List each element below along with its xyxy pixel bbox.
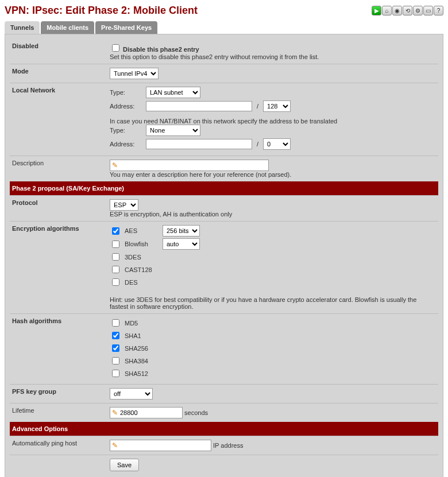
autoping-label: Automatically ping host xyxy=(10,436,107,455)
hash-sha384-cb[interactable] xyxy=(112,357,119,364)
enc-aes-bits[interactable]: 256 bits xyxy=(163,225,200,236)
disable-hint: Set this option to disable this phase2 e… xyxy=(110,53,319,60)
mode-select[interactable]: Tunnel IPv4 xyxy=(110,68,159,79)
lifetime-suffix: seconds xyxy=(184,409,208,416)
encryption-label: Encryption algorithms xyxy=(10,222,107,314)
enc-des-label: DES xyxy=(125,279,159,286)
play-icon[interactable]: ▶ xyxy=(372,6,381,15)
enc-aes-cb[interactable] xyxy=(112,227,119,235)
disabled-label: Disabled xyxy=(10,39,107,64)
nat-hint: In case you need NAT/BINAT on this netwo… xyxy=(110,118,436,125)
refresh-icon[interactable]: ⟲ xyxy=(403,6,412,15)
enc-des-cb[interactable] xyxy=(112,278,119,286)
pencil-icon: ✎ xyxy=(110,441,119,450)
nat-type-label: Type: xyxy=(110,127,141,134)
lifetime-label: Lifetime xyxy=(10,404,107,422)
tab-psk[interactable]: Pre-Shared Keys xyxy=(95,21,157,34)
enc-blowfish-cb[interactable] xyxy=(112,241,119,248)
pencil-icon: ✎ xyxy=(110,161,119,170)
header-icon-bar: ▶ ⌂ ◉ ⟲ ⚙ ▭ ? xyxy=(372,6,443,15)
ln-addr-input[interactable] xyxy=(146,101,252,111)
pfs-label: PFS key group xyxy=(10,385,107,404)
ln-addr-label: Address: xyxy=(110,103,141,110)
enc-cast128-cb[interactable] xyxy=(112,266,119,273)
ln-cidr-select[interactable]: 128 xyxy=(263,100,291,112)
save-button[interactable]: Save xyxy=(110,459,139,471)
hash-sha512-label: SHA512 xyxy=(125,370,159,377)
encryption-hint: Hint: use 3DES for best compatibility or… xyxy=(110,296,436,310)
hash-sha1-cb[interactable] xyxy=(112,332,119,339)
hash-md5-cb[interactable] xyxy=(112,319,119,327)
enc-3des-cb[interactable] xyxy=(112,253,119,261)
disable-checkbox[interactable] xyxy=(112,44,119,52)
form-panel: Disabled Disable this phase2 entry Set t… xyxy=(5,34,443,477)
tab-bar: Tunnels Mobile clients Pre-Shared Keys xyxy=(5,21,443,34)
hash-sha512-cb[interactable] xyxy=(112,370,119,377)
description-hint: You may enter a description here for you… xyxy=(110,171,291,178)
mode-label: Mode xyxy=(10,64,107,83)
enc-aes-label: AES xyxy=(125,227,159,234)
nat-addr-input[interactable] xyxy=(146,139,252,149)
enc-3des-label: 3DES xyxy=(125,254,159,261)
slash: / xyxy=(257,141,258,148)
ln-type-select[interactable]: LAN subnet xyxy=(146,87,200,98)
help-icon[interactable]: ? xyxy=(434,6,443,15)
pencil-icon: ✎ xyxy=(110,409,119,417)
phase2-header: Phase 2 proposal (SA/Key Exchange) xyxy=(10,181,438,196)
protocol-label: Protocol xyxy=(10,196,107,222)
nat-addr-label: Address: xyxy=(110,141,141,148)
window-icon[interactable]: ▭ xyxy=(423,6,433,15)
tab-mobile-clients[interactable]: Mobile clients xyxy=(41,21,94,34)
protocol-select[interactable]: ESP xyxy=(110,199,138,211)
hash-sha256-label: SHA256 xyxy=(125,345,159,352)
description-label: Description xyxy=(10,156,107,182)
hash-label: Hash algorithms xyxy=(10,314,107,385)
lifetime-input[interactable] xyxy=(119,408,182,418)
hash-sha1-label: SHA1 xyxy=(125,332,159,339)
hash-sha256-cb[interactable] xyxy=(112,344,119,352)
nat-cidr-select[interactable]: 0 xyxy=(263,138,291,150)
enc-cast128-label: CAST128 xyxy=(125,266,159,273)
page-title: VPN: IPsec: Edit Phase 2: Mobile Client xyxy=(5,5,198,17)
local-network-label: Local Network xyxy=(10,83,107,156)
pfs-select[interactable]: off xyxy=(110,388,153,400)
gear-icon[interactable]: ⚙ xyxy=(413,6,423,15)
advanced-header: Advanced Options xyxy=(10,422,438,436)
enc-blowfish-label: Blowfish xyxy=(125,241,159,247)
description-input[interactable] xyxy=(119,160,268,170)
disable-cb-label: Disable this phase2 entry xyxy=(123,46,199,53)
hash-md5-label: MD5 xyxy=(125,320,159,327)
slash: / xyxy=(257,103,258,110)
globe-icon[interactable]: ◉ xyxy=(392,6,402,15)
tab-tunnels[interactable]: Tunnels xyxy=(5,21,40,34)
hash-sha384-label: SHA384 xyxy=(125,358,159,364)
autoping-input[interactable] xyxy=(119,440,211,451)
ln-type-label: Type: xyxy=(110,89,141,96)
enc-blowfish-bits[interactable]: auto xyxy=(163,238,200,250)
home-icon[interactable]: ⌂ xyxy=(382,6,392,15)
nat-type-select[interactable]: None xyxy=(146,125,200,136)
protocol-hint: ESP is encryption, AH is authentication … xyxy=(110,211,232,218)
autoping-suffix: IP address xyxy=(213,442,243,449)
